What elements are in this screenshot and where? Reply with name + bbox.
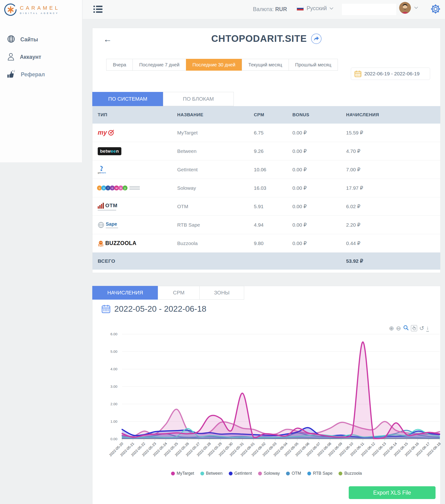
legend-item[interactable]: Soloway — [258, 471, 280, 476]
export-xls-button[interactable]: Export XLS File — [349, 486, 436, 499]
legend-marker — [307, 472, 311, 475]
soloway-logo: soloway — [98, 185, 140, 190]
period-tabs: ВчераПоследние 7 днейПоследние 30 днейТе… — [106, 59, 338, 71]
column-header: ТИП — [98, 112, 177, 117]
bonus-value: 0.00 ₽ — [292, 130, 346, 136]
table-row: betweenBetween9.260.00 ₽4.70 ₽ — [93, 142, 440, 161]
period-tab-3[interactable]: Последние 30 дней — [186, 59, 242, 71]
y-axis-tick-label: 1.00 — [111, 419, 117, 423]
calendar-icon — [354, 70, 362, 77]
period-tab-1[interactable]: Вчера — [106, 59, 133, 71]
column-header: BONUS — [292, 112, 346, 117]
bonus-value: 0.00 ₽ — [292, 148, 346, 154]
accruals-value: 0.44 ₽ — [346, 241, 440, 246]
chart-tab-3[interactable]: ЗОНЫ — [199, 286, 244, 300]
period-tab-2[interactable]: Последние 7 дней — [133, 59, 186, 71]
settings-gear-icon[interactable] — [430, 4, 441, 15]
legend-item[interactable]: Buzzoola — [339, 471, 362, 476]
legend-marker — [339, 472, 342, 475]
date-range-value: 2022-06-19 - 2022-06-19 — [364, 71, 420, 76]
accruals-area-chart[interactable]: 6.005.004.003.002.001.000.002022-05-2020… — [93, 330, 441, 472]
bonus-value: 0.00 ₽ — [292, 241, 346, 246]
system-name: OTM — [177, 204, 254, 209]
sidebar-item-account[interactable]: Аккаунт — [0, 48, 82, 66]
table-row: getintentGetIntent10.060.00 ₽7.00 ₽ — [93, 161, 440, 179]
bonus-value: 0.00 ₽ — [292, 185, 346, 191]
buzzoola-logo: BUZZOOLA — [98, 240, 136, 247]
table-body: myMyTarget6.750.00 ₽15.59 ₽betweenBetwee… — [93, 124, 440, 252]
system-name: MyTarget — [177, 130, 254, 136]
legend-label: Soloway — [264, 471, 280, 476]
topbar: Валюта: RUR Русский — [83, 0, 445, 19]
systems-table: ТИПНАЗВАНИЕCPMBONUSНАЧИСЛЕНИЯ myMyTarget… — [93, 106, 440, 270]
legend-label: MyTarget — [177, 471, 194, 476]
system-name: RTB Sape — [177, 222, 254, 228]
legend-item[interactable]: OTM — [286, 471, 301, 476]
system-logo-cell: between — [98, 147, 177, 155]
table-row: SapeRTB Sape4.940.00 ₽2.20 ₽ — [93, 216, 440, 234]
legend-item[interactable]: MyTarget — [171, 471, 194, 476]
search-input[interactable] — [342, 4, 396, 15]
bonus-value: 0.00 ₽ — [292, 204, 346, 209]
sidebar-item-sites[interactable]: Сайты — [0, 31, 82, 48]
cpm-value: 6.75 — [254, 130, 292, 136]
chart-tabs: НАЧИСЛЕНИЯCPMЗОНЫ — [92, 286, 244, 300]
y-axis-tick-label: 4.00 — [111, 367, 117, 371]
open-site-button[interactable] — [311, 34, 322, 44]
cpm-value: 10.06 — [254, 167, 292, 173]
cpm-value: 9.80 — [254, 241, 292, 246]
legend-item[interactable]: RTB Sape — [307, 471, 333, 476]
system-logo-cell: Sape — [98, 221, 177, 228]
sidebar-item-referral[interactable]: Реферал — [0, 66, 82, 83]
language-label: Русский — [307, 5, 327, 12]
avatar[interactable] — [399, 2, 411, 14]
user-icon — [7, 53, 15, 61]
chart-period-row[interactable]: 2022-05-20 - 2022-06-18 — [101, 304, 206, 314]
period-tab-4[interactable]: Текущий месяц — [242, 59, 289, 71]
user-menu[interactable] — [399, 2, 418, 14]
accruals-value: 6.02 ₽ — [346, 204, 440, 209]
caramel-logo-icon — [4, 3, 18, 17]
currency-value: RUR — [275, 6, 287, 12]
cpm-value: 9.26 — [254, 148, 292, 154]
date-range-picker[interactable]: 2022-06-19 - 2022-06-19 — [351, 68, 430, 80]
legend-item[interactable]: GetIntent — [229, 471, 252, 476]
menu-toggle-icon[interactable] — [94, 5, 102, 14]
currency-label: Валюта: RUR — [253, 6, 287, 13]
chart-tab-1[interactable]: НАЧИСЛЕНИЯ — [92, 286, 158, 300]
brand-logo: CARAMEL DIGITAL AGENCY — [0, 0, 82, 17]
chart-period-value: 2022-05-20 - 2022-06-18 — [114, 304, 206, 314]
y-axis-tick-label: 6.00 — [111, 332, 117, 336]
system-name: GetIntent — [177, 167, 254, 173]
brand-name: CARAMEL — [20, 5, 60, 11]
total-label: ВСЕГО — [98, 258, 177, 264]
between-logo: between — [98, 147, 121, 155]
cpm-value: 4.94 — [254, 222, 292, 228]
chart-card: НАЧИСЛЕНИЯCPMЗОНЫ 2022-05-20 - 2022-06-1… — [92, 286, 441, 504]
view-tab-1[interactable]: ПО СИСТЕМАМ — [92, 92, 163, 106]
cpm-value: 5.91 — [254, 204, 292, 209]
forward-arrow-icon — [314, 36, 319, 41]
legend-marker — [229, 472, 232, 475]
language-selector[interactable]: Русский — [297, 5, 333, 12]
russia-flag-icon — [297, 6, 304, 11]
chevron-down-icon — [329, 7, 333, 10]
accruals-value: 2.20 ₽ — [346, 222, 440, 228]
page: CARAMEL DIGITAL AGENCY СайтыАккаунтРефер… — [0, 0, 445, 504]
sidebar-item-label: Аккаунт — [20, 54, 41, 60]
accruals-value: 7.00 ₽ — [346, 167, 440, 173]
sape-logo: Sape — [98, 221, 118, 228]
chart-tab-2[interactable]: CPM — [158, 286, 199, 300]
system-name: Buzzoola — [177, 241, 254, 246]
legend-marker — [286, 472, 290, 475]
sidebar-nav: СайтыАккаунтРеферал — [0, 31, 82, 83]
view-tab-2[interactable]: ПО БЛОКАМ — [163, 92, 234, 106]
legend-label: Buzzoola — [344, 471, 362, 476]
legend-item[interactable]: Between — [200, 471, 223, 476]
table-row: OTMOTM5.910.00 ₽6.02 ₽ — [93, 197, 440, 216]
table-row: myMyTarget6.750.00 ₽15.59 ₽ — [93, 124, 440, 142]
y-axis-tick-label: 0.00 — [111, 437, 117, 441]
chart-legend: MyTargetBetweenGetIntentSolowayOTMRTB Sa… — [93, 471, 440, 476]
period-tab-5[interactable]: Прошлый месяц — [289, 59, 338, 71]
mytarget-logo: my — [98, 129, 114, 136]
